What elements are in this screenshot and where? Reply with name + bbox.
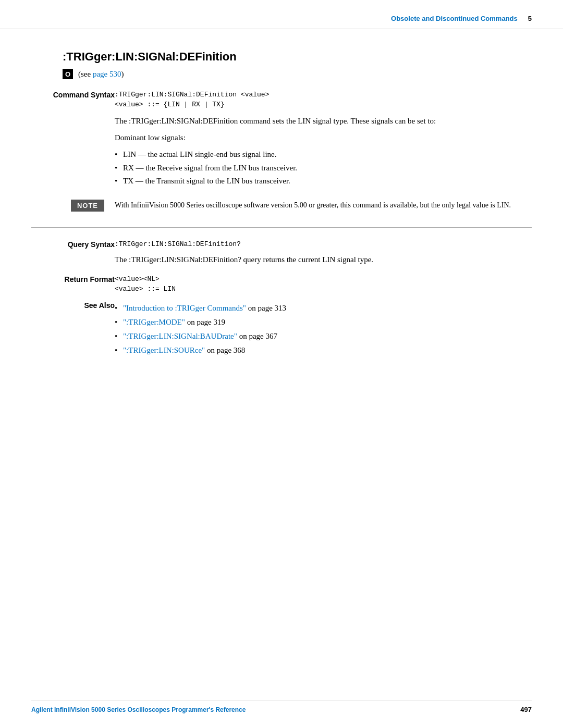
badge-row: O (see page 530) xyxy=(63,69,532,79)
see-also-link-3[interactable]: ":TRIGger:LIN:SIGNal:BAUDrate" xyxy=(123,332,237,340)
return-format-label: Return Format xyxy=(31,273,115,295)
query-line1: :TRIGger:LIN:SIGNal:DEFinition? xyxy=(115,240,532,248)
page-footer: Agilent InfiniiVision 5000 Series Oscill… xyxy=(31,700,532,713)
divider-row xyxy=(31,220,532,238)
syntax-description1: The :TRIGger:LIN:SIGNal:DEFinition comma… xyxy=(115,115,532,127)
command-syntax-label: Command Syntax xyxy=(31,89,115,194)
bullet-rx: RX — the Receive signal from the LIN bus… xyxy=(115,162,532,175)
see-page-text: (see page 530) xyxy=(78,70,124,79)
note-row: NOTE With InfiniiVision 5000 Series osci… xyxy=(31,194,532,220)
see-also-list: "Introduction to :TRIGger Commands" on p… xyxy=(115,301,532,357)
see-also-item-3: ":TRIGger:LIN:SIGNal:BAUDrate" on page 3… xyxy=(115,329,532,343)
spacer-row2 xyxy=(31,295,532,299)
command-syntax-content: :TRIGger:LIN:SIGNal:DEFinition <value> <… xyxy=(115,89,532,194)
spacer-row xyxy=(31,268,532,273)
see-also-link-2[interactable]: ":TRIGger:MODE" xyxy=(123,318,185,326)
note-label: NOTE xyxy=(71,200,104,212)
dominant-signals-text: Dominant low signals: xyxy=(115,131,532,144)
main-content: :TRIGger:LIN:SIGNal:DEFinition O (see pa… xyxy=(0,29,563,391)
header-section-title: Obsolete and Discontinued Commands xyxy=(391,15,518,22)
query-syntax-label: Query Syntax xyxy=(31,238,115,268)
return-line1: <value><NL> xyxy=(115,275,532,283)
command-syntax-row: Command Syntax :TRIGger:LIN:SIGNal:DEFin… xyxy=(31,89,532,194)
return-format-row: Return Format <value><NL> <value> ::= LI… xyxy=(31,273,532,295)
query-syntax-content: :TRIGger:LIN:SIGNal:DEFinition? The :TRI… xyxy=(115,238,532,268)
see-also-item-4: ":TRIGger:LIN:SOURce" on page 368 xyxy=(115,343,532,357)
see-also-link-1[interactable]: "Introduction to :TRIGger Commands" xyxy=(123,304,246,312)
footer-title: Agilent InfiniiVision 5000 Series Oscill… xyxy=(31,706,246,713)
see-also-item-1: "Introduction to :TRIGger Commands" on p… xyxy=(115,301,532,315)
see-also-label: See Also xyxy=(31,299,115,360)
content-table: Command Syntax :TRIGger:LIN:SIGNal:DEFin… xyxy=(31,89,532,360)
see-also-link-4[interactable]: ":TRIGger:LIN:SOURce" xyxy=(123,346,205,354)
note-text: With InfiniiVision 5000 Series oscillosc… xyxy=(115,200,532,211)
see-also-item-2: ":TRIGger:MODE" on page 319 xyxy=(115,315,532,329)
see-also-content: "Introduction to :TRIGger Commands" on p… xyxy=(115,299,532,360)
see-page-link[interactable]: page 530 xyxy=(93,70,121,78)
bullet-tx: TX — the Transmit signal to the LIN bus … xyxy=(115,175,532,188)
syntax-bullets: LIN — the actual LIN single-end bus sign… xyxy=(115,148,532,188)
query-description: The :TRIGger:LIN:SIGNal:DEFinition? quer… xyxy=(115,253,532,266)
query-syntax-row: Query Syntax :TRIGger:LIN:SIGNal:DEFinit… xyxy=(31,238,532,268)
obsolete-badge: O xyxy=(63,69,73,79)
header-page-num: 5 xyxy=(528,15,532,22)
return-format-content: <value><NL> <value> ::= LIN xyxy=(115,273,532,295)
command-title: :TRIGger:LIN:SIGNal:DEFinition xyxy=(63,50,532,64)
note-label-cell: NOTE xyxy=(31,194,115,220)
note-content-cell: With InfiniiVision 5000 Series oscillosc… xyxy=(115,194,532,220)
section-divider xyxy=(31,227,532,228)
syntax-line1: :TRIGger:LIN:SIGNal:DEFinition <value> xyxy=(115,91,532,98)
see-also-row: See Also "Introduction to :TRIGger Comma… xyxy=(31,299,532,360)
page-header: Obsolete and Discontinued Commands 5 xyxy=(0,0,563,29)
bullet-lin: LIN — the actual LIN single-end bus sign… xyxy=(115,148,532,162)
return-line2: <value> ::= LIN xyxy=(115,285,532,293)
syntax-line2: <value> ::= {LIN | RX | TX} xyxy=(115,101,532,108)
footer-page-num: 497 xyxy=(520,706,532,713)
page-container: Obsolete and Discontinued Commands 5 :TR… xyxy=(0,0,563,728)
